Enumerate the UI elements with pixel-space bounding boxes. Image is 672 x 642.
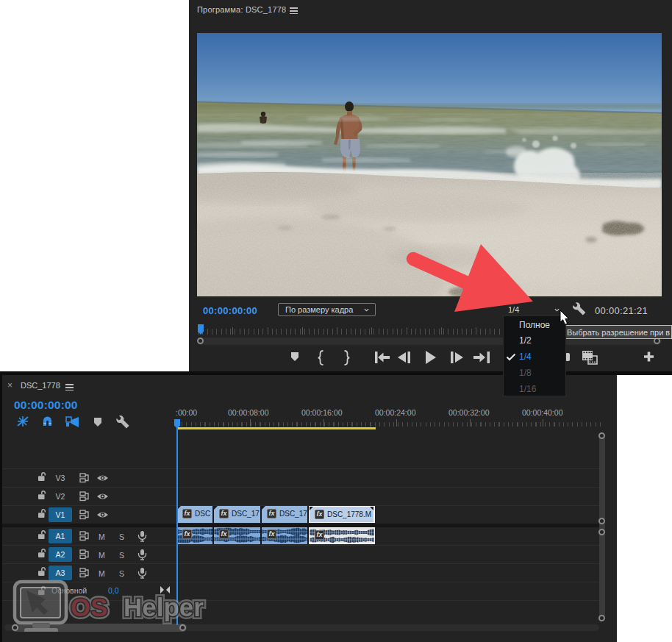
svg-text:S: S xyxy=(119,551,124,560)
svg-text:Helper: Helper xyxy=(124,593,204,621)
svg-text:M: M xyxy=(99,532,105,541)
svg-text:OS: OS xyxy=(71,593,108,621)
svg-text:S: S xyxy=(119,532,124,541)
svg-text:M: M xyxy=(99,551,105,560)
